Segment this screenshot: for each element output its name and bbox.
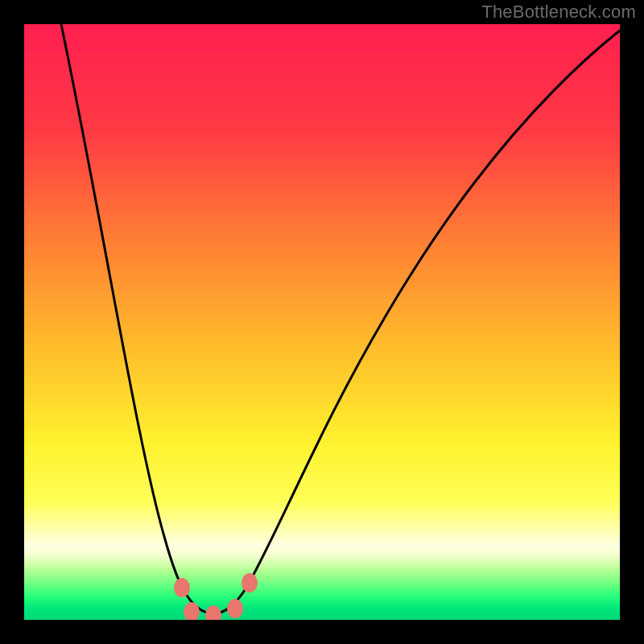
- curve-marker-0: [174, 578, 190, 597]
- curve-marker-2: [205, 605, 221, 620]
- plot-area: [24, 24, 620, 620]
- curve-marker-3: [227, 599, 243, 618]
- bottleneck-curve: [61, 24, 620, 613]
- curve-marker-1: [184, 602, 200, 620]
- outer-frame: TheBottleneck.com: [0, 0, 644, 644]
- watermark-text: TheBottleneck.com: [481, 2, 636, 23]
- chart-svg: [24, 24, 620, 620]
- curve-marker-4: [242, 573, 258, 592]
